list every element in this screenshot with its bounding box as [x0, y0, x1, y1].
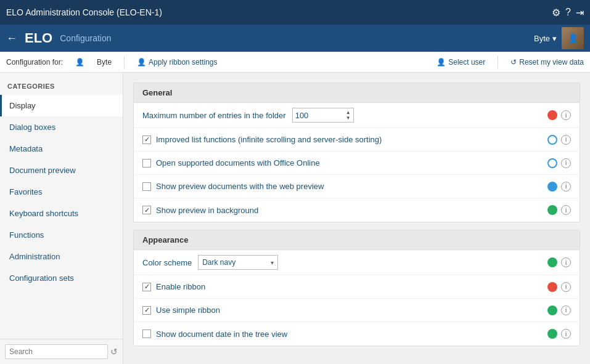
- enable-ribbon-icons: i: [547, 282, 571, 292]
- show-preview-bg-checkbox[interactable]: [142, 206, 151, 214]
- show-preview-bg-label: Show preview in background: [142, 206, 541, 215]
- spinbox-arrows[interactable]: ▲ ▼: [346, 110, 351, 121]
- max-entries-input[interactable]: 100 ▲ ▼: [292, 108, 354, 123]
- reset-view-button[interactable]: ↺ Reset my view data: [510, 58, 584, 67]
- improved-list-row: Improved list functions (infinite scroll…: [134, 128, 580, 152]
- color-scheme-icons: i: [547, 257, 571, 267]
- back-button[interactable]: ←: [6, 32, 17, 45]
- color-scheme-label: Color scheme Dark navy ▾: [142, 255, 541, 270]
- max-entries-text: Maximum number of entries in the folder: [142, 111, 286, 120]
- doc-date-row: Show document date in the tree view i: [134, 322, 580, 346]
- general-section-header: General: [134, 83, 580, 103]
- improved-list-text: Improved list functions (infinite scroll…: [156, 135, 382, 144]
- select-user-icon: 👤: [436, 58, 446, 67]
- simple-ribbon-info[interactable]: i: [561, 305, 571, 315]
- show-preview-web-status: [547, 182, 557, 192]
- toolbar-separator-1: [124, 56, 125, 68]
- simple-ribbon-status: [547, 305, 557, 315]
- spinbox-down[interactable]: ▼: [346, 115, 351, 121]
- open-documents-info[interactable]: i: [561, 158, 571, 168]
- open-documents-row: Open supported documents with Office Onl…: [134, 152, 580, 175]
- search-input[interactable]: [5, 344, 108, 359]
- doc-date-icons: i: [547, 329, 571, 339]
- doc-date-status: [547, 329, 557, 339]
- sidebar-item-dialog-boxes[interactable]: Dialog boxes: [0, 116, 123, 138]
- reset-icon: ↺: [510, 58, 517, 67]
- improved-list-info[interactable]: i: [561, 135, 571, 145]
- show-preview-bg-info[interactable]: i: [561, 205, 571, 215]
- show-preview-web-text: Show preview documents with the web prev…: [156, 182, 324, 191]
- open-documents-checkbox[interactable]: [142, 159, 151, 168]
- show-preview-bg-text: Show preview in background: [156, 206, 258, 215]
- toolbar-separator-2: [498, 56, 498, 68]
- max-entries-label: Maximum number of entries in the folder …: [142, 108, 541, 123]
- open-documents-text: Open supported documents with Office Onl…: [156, 158, 320, 168]
- max-entries-icons: i: [547, 110, 571, 120]
- nav-logo: ELO: [25, 30, 52, 46]
- show-preview-web-label: Show preview documents with the web prev…: [142, 182, 541, 191]
- nav-dropdown-arrow: ▾: [552, 34, 557, 43]
- sidebar-item-keyboard-shortcuts[interactable]: Keyboard shortcuts: [0, 203, 123, 224]
- main-layout: CATEGORIES Display Dialog boxes Metadata…: [0, 73, 590, 364]
- sidebar-item-functions[interactable]: Functions: [0, 224, 123, 246]
- search-reset-button[interactable]: ↺: [110, 347, 118, 357]
- show-preview-bg-icons: i: [547, 205, 571, 215]
- app-title: ELO Administration Console (ELO-EN-1): [6, 7, 162, 17]
- simple-ribbon-icons: i: [547, 305, 571, 315]
- simple-ribbon-checkbox[interactable]: [142, 306, 151, 315]
- enable-ribbon-row: Enable ribbon i: [134, 275, 580, 299]
- avatar: 👤: [562, 27, 584, 49]
- enable-ribbon-status: [547, 282, 557, 292]
- toolbar: Configuration for: 👤 Byte 👤 Apply ribbon…: [0, 52, 590, 73]
- content-area: General Maximum number of entries in the…: [123, 73, 590, 364]
- config-user-icon: 👤: [75, 58, 84, 67]
- apply-ribbon-button[interactable]: 👤 Apply ribbon settings: [137, 58, 217, 67]
- nav-right: Byte ▾ 👤: [534, 27, 584, 49]
- appearance-section: Appearance Color scheme Dark navy ▾ i: [133, 230, 580, 346]
- color-scheme-status: [547, 257, 557, 267]
- color-scheme-dropdown[interactable]: Dark navy ▾: [198, 255, 278, 270]
- spinbox-up[interactable]: ▲: [346, 110, 351, 115]
- open-documents-icons: i: [547, 158, 571, 168]
- enable-ribbon-checkbox[interactable]: [142, 283, 151, 291]
- sidebar-item-document-preview[interactable]: Document preview: [0, 160, 123, 181]
- general-section: General Maximum number of entries in the…: [133, 83, 580, 222]
- color-scheme-row: Color scheme Dark navy ▾ i: [134, 250, 580, 275]
- apply-ribbon-label: Apply ribbon settings: [149, 58, 217, 67]
- title-bar-icons: ⚙ ? ⇥: [552, 7, 584, 18]
- show-preview-web-checkbox[interactable]: [142, 182, 151, 191]
- doc-date-text: Show document date in the tree view: [156, 330, 287, 339]
- nav-bar: ← ELO Configuration Byte ▾ 👤: [0, 25, 590, 52]
- categories-label: CATEGORIES: [0, 73, 123, 95]
- doc-date-checkbox[interactable]: [142, 330, 151, 338]
- nav-user[interactable]: Byte ▾: [534, 34, 557, 43]
- color-scheme-text: Color scheme: [142, 258, 192, 267]
- improved-list-checkbox[interactable]: [142, 135, 151, 144]
- open-documents-label: Open supported documents with Office Onl…: [142, 158, 541, 168]
- title-bar-left: ELO Administration Console (ELO-EN-1): [6, 7, 162, 17]
- sidebar-item-administration[interactable]: Administration: [0, 246, 123, 267]
- show-preview-web-info[interactable]: i: [561, 182, 571, 192]
- color-scheme-info[interactable]: i: [561, 257, 571, 267]
- doc-date-info[interactable]: i: [561, 329, 571, 339]
- sidebar-item-metadata[interactable]: Metadata: [0, 138, 123, 160]
- sidebar-item-display[interactable]: Display: [0, 95, 123, 116]
- help-icon[interactable]: ?: [565, 7, 571, 18]
- sidebar-item-favorites[interactable]: Favorites: [0, 181, 123, 203]
- simple-ribbon-label: Use simple ribbon: [142, 305, 541, 315]
- enable-ribbon-text: Enable ribbon: [156, 282, 205, 291]
- logout-icon[interactable]: ⇥: [576, 7, 584, 18]
- max-entries-status: [547, 110, 557, 120]
- config-for-user: Byte: [97, 58, 112, 67]
- open-documents-status: [547, 158, 557, 168]
- nav-left: ← ELO Configuration: [6, 30, 112, 46]
- max-entries-info[interactable]: i: [561, 110, 571, 120]
- select-user-button[interactable]: 👤 Select user: [436, 58, 485, 67]
- enable-ribbon-info[interactable]: i: [561, 282, 571, 292]
- toolbar-right: 👤 Select user ↺ Reset my view data: [436, 56, 584, 68]
- gear-icon[interactable]: ⚙: [552, 7, 560, 18]
- title-bar: ELO Administration Console (ELO-EN-1) ⚙ …: [0, 0, 590, 25]
- color-scheme-value: Dark navy: [202, 258, 236, 267]
- sidebar-item-configuration-sets[interactable]: Configuration sets: [0, 267, 123, 289]
- improved-list-icons: i: [547, 135, 571, 145]
